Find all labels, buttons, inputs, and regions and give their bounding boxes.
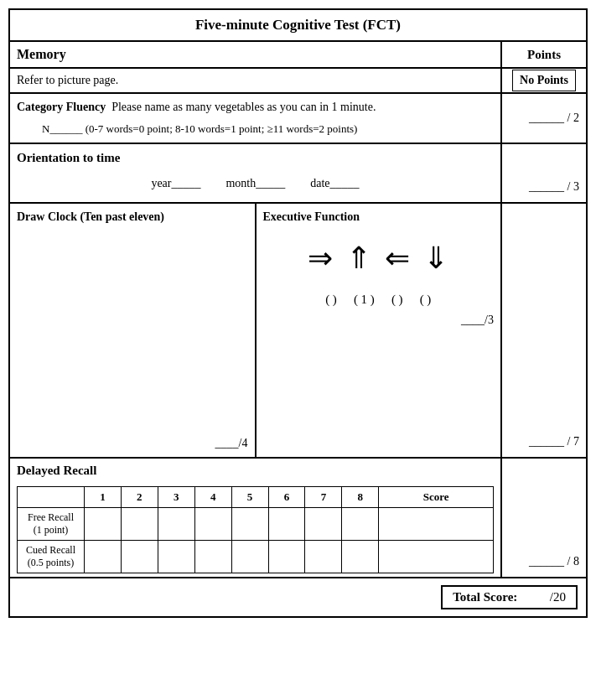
delayed-table-wrap: 1 2 3 4 5 6 7 8 Score Free xyxy=(10,483,502,577)
free-recall-4 xyxy=(194,508,231,541)
scoring-text: (0-7 words=0 point; 8-10 words=1 point; … xyxy=(86,122,358,135)
orientation-points: ______ / 3 xyxy=(502,144,586,202)
category-blank: ______ xyxy=(529,111,564,125)
arrow-up: ⇑ xyxy=(346,241,371,276)
free-recall-3 xyxy=(158,508,194,541)
memory-instruction: Refer to picture page. xyxy=(10,69,500,92)
cued-recall-7 xyxy=(305,541,342,573)
col-header-3: 3 xyxy=(158,487,194,508)
delayed-recall-title: Delayed Recall xyxy=(10,459,502,483)
header-row: Memory Points xyxy=(10,42,586,69)
total-label: Total Score: xyxy=(453,590,517,604)
clock-score: ____/4 xyxy=(17,437,248,450)
clock-col: Draw Clock (Ten past eleven) ____/4 xyxy=(10,204,257,457)
cued-recall-label: Cued Recall(0.5 points) xyxy=(18,541,85,573)
delayed-points: ______ / 8 xyxy=(502,483,586,577)
free-recall-7 xyxy=(305,508,342,541)
executive-title: Executive Function xyxy=(263,210,495,224)
exec-score: ____/3 xyxy=(263,314,495,327)
cued-recall-score xyxy=(379,541,494,573)
clock-exec-points: ______ / 7 xyxy=(502,204,586,457)
total-blank xyxy=(524,590,543,604)
month-field: month_____ xyxy=(225,177,285,190)
clock-title: Draw Clock (Ten past eleven) xyxy=(17,210,248,224)
n-prefix: N xyxy=(42,122,49,135)
fct-form: Five-minute Cognitive Test (FCT) Memory … xyxy=(8,8,588,618)
free-recall-8 xyxy=(342,508,379,541)
free-recall-row: Free Recall(1 point) xyxy=(18,508,494,541)
clock-exec-section: Draw Clock (Ten past eleven) ____/4 Exec… xyxy=(10,204,586,459)
date-field: date_____ xyxy=(310,177,359,190)
orientation-main: Orientation to time year_____ month_____… xyxy=(10,144,502,202)
delayed-header: Delayed Recall xyxy=(10,459,586,483)
category-instruction-text: Please name as many vegetables as you ca… xyxy=(111,101,376,113)
delayed-table: 1 2 3 4 5 6 7 8 Score Free xyxy=(17,486,494,573)
orientation-section: Orientation to time year_____ month_____… xyxy=(10,144,586,204)
free-recall-label: Free Recall(1 point) xyxy=(18,508,85,541)
cued-recall-8 xyxy=(342,541,379,573)
page-title: Five-minute Cognitive Test (FCT) xyxy=(10,10,586,42)
col-header-2: 2 xyxy=(121,487,158,508)
cued-recall-row: Cued Recall(0.5 points) xyxy=(18,541,494,573)
check-1: ( ) xyxy=(325,293,337,307)
memory-header-label: Memory xyxy=(10,42,502,67)
col-header-1: 1 xyxy=(85,487,122,508)
n-blank: ______ xyxy=(49,122,82,135)
cued-recall-5 xyxy=(231,541,268,573)
category-instruction: Category Fluency Please name as many veg… xyxy=(17,101,494,114)
arrow-down: ⇓ xyxy=(423,241,448,276)
executive-checks: ( ) ( 1 ) ( ) ( ) xyxy=(263,293,495,307)
cued-recall-3 xyxy=(158,541,194,573)
year-field: year_____ xyxy=(151,177,200,190)
col-header-label xyxy=(18,487,85,508)
arrow-right: ⇒ xyxy=(308,241,333,276)
category-scoring: N______ (0-7 words=0 point; 8-10 words=1… xyxy=(17,122,494,136)
executive-col: Executive Function ⇒ ⇑ ⇐ ⇓ ( ) ( 1 ) ( )… xyxy=(257,204,503,457)
cued-recall-2 xyxy=(121,541,158,573)
col-header-4: 4 xyxy=(194,487,231,508)
delayed-header-points-spacer xyxy=(502,459,586,483)
delayed-table-header-row: 1 2 3 4 5 6 7 8 Score xyxy=(18,487,494,508)
cued-recall-1 xyxy=(85,541,122,573)
category-bold-label: Category Fluency xyxy=(17,101,106,113)
total-score-row: Total Score: /20 xyxy=(10,578,586,616)
free-recall-score xyxy=(379,508,494,541)
time-fields: year_____ month_____ date_____ xyxy=(17,177,494,195)
memory-section: Refer to picture page. No Points xyxy=(10,69,586,94)
check-3: ( ) xyxy=(391,293,403,307)
free-recall-2 xyxy=(121,508,158,541)
col-header-6: 6 xyxy=(268,487,305,508)
clock-drawing-area xyxy=(17,227,248,336)
total-out-of: /20 xyxy=(550,590,566,604)
category-points: ______ / 2 xyxy=(502,94,586,143)
memory-main: Refer to picture page. xyxy=(10,69,502,92)
cued-recall-6 xyxy=(268,541,305,573)
delayed-recall-section: Delayed Recall 1 2 3 4 5 6 7 xyxy=(10,459,586,578)
executive-arrows: ⇒ ⇑ ⇐ ⇓ xyxy=(263,241,495,276)
check-2: ( 1 ) xyxy=(354,293,375,307)
delayed-content: 1 2 3 4 5 6 7 8 Score Free xyxy=(10,483,586,577)
check-4: ( ) xyxy=(420,293,432,307)
category-main: Category Fluency Please name as many veg… xyxy=(10,94,502,143)
delayed-out-of: / 8 xyxy=(567,555,579,568)
free-recall-6 xyxy=(268,508,305,541)
col-header-8: 8 xyxy=(342,487,379,508)
orientation-blank: ______ xyxy=(529,180,564,194)
clock-exec-blank: ______ xyxy=(529,435,564,449)
category-fluency-section: Category Fluency Please name as many veg… xyxy=(10,94,586,144)
delayed-blank: ______ xyxy=(529,555,564,568)
memory-points: No Points xyxy=(502,69,586,92)
col-header-7: 7 xyxy=(305,487,342,508)
col-header-5: 5 xyxy=(231,487,268,508)
total-score-box: Total Score: /20 xyxy=(441,585,578,609)
free-recall-5 xyxy=(231,508,268,541)
arrow-left: ⇐ xyxy=(385,241,410,276)
free-recall-1 xyxy=(85,508,122,541)
category-out-of: / 2 xyxy=(567,111,579,125)
orientation-title: Orientation to time xyxy=(17,151,494,165)
clock-exec-out-of: / 7 xyxy=(567,435,579,449)
col-header-score: Score xyxy=(379,487,494,508)
points-header: Points xyxy=(502,42,586,67)
cued-recall-4 xyxy=(194,541,231,573)
no-points-badge: No Points xyxy=(512,70,576,91)
